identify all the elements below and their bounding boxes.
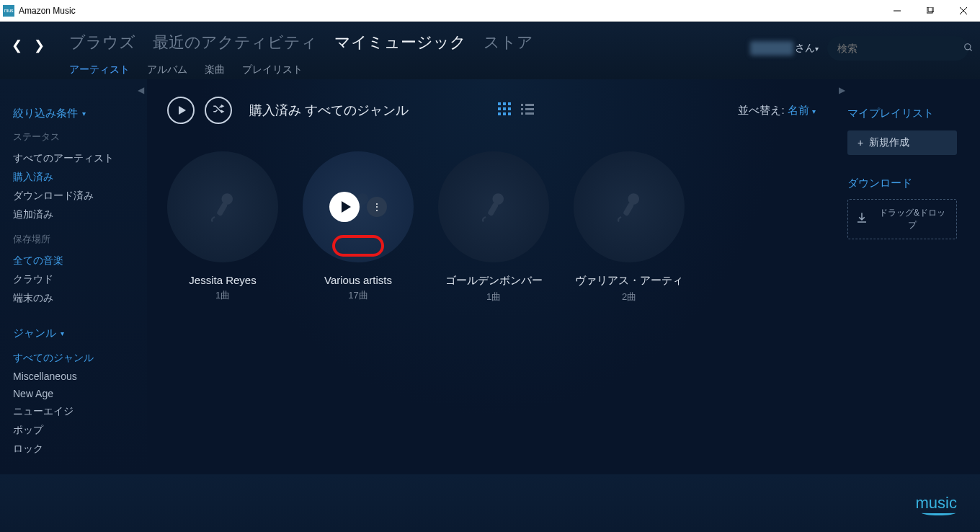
nav-tabs: ブラウズ 最近のアクティビティ マイミュージック ストア アーティスト アルバム… — [69, 29, 750, 82]
body: ◀ 絞り込み条件 ▾ ステータス すべてのアーティスト 購入済み ダウンロード済… — [0, 79, 980, 474]
shuffle-button[interactable] — [205, 97, 232, 124]
play-icon — [179, 106, 186, 115]
download-drop-zone[interactable]: ドラッグ&ドロップ — [847, 199, 957, 239]
svg-point-5 — [965, 43, 971, 49]
artist-name: ゴールデンボンバー — [445, 274, 543, 288]
chevron-down-icon: ▾ — [815, 45, 819, 53]
hover-more-button[interactable]: ⋮ — [367, 197, 387, 217]
svg-rect-29 — [623, 202, 634, 216]
tab-my-music[interactable]: マイミュージック — [334, 29, 466, 56]
svg-rect-10 — [498, 107, 501, 110]
user-menu[interactable]: さん ▾ — [750, 41, 819, 56]
new-playlist-button[interactable]: + 新規作成 — [847, 130, 957, 155]
artist-artwork[interactable] — [167, 151, 278, 262]
play-all-button[interactable] — [167, 97, 195, 124]
sidebar-collapse-button[interactable]: ◀ — [138, 85, 144, 95]
artist-artwork[interactable] — [574, 151, 685, 262]
svg-rect-16 — [521, 104, 523, 106]
artist-card[interactable]: ゴールデンボンバー 1曲 — [438, 151, 549, 303]
right-panel: ▶ マイプレイリスト + 新規作成 ダウンロード ドラッグ&ドロップ — [836, 79, 980, 474]
footer: music — [0, 474, 980, 532]
status-downloaded[interactable]: ダウンロード済み — [13, 187, 138, 205]
location-all-music[interactable]: 全ての音楽 — [13, 252, 138, 270]
genre-newage[interactable]: New Age — [13, 385, 138, 402]
window-controls — [881, 0, 980, 22]
artist-track-count: 1曲 — [215, 289, 230, 302]
grid-icon — [498, 102, 511, 115]
nav-back-button[interactable]: ❮ — [12, 37, 22, 53]
status-purchased[interactable]: 購入済み — [13, 168, 138, 187]
more-icon: ⋮ — [372, 201, 382, 213]
list-view-button[interactable] — [521, 102, 534, 118]
artist-artwork[interactable] — [438, 151, 549, 262]
genre-header[interactable]: ジャンル ▾ — [13, 327, 138, 340]
search-input[interactable] — [837, 43, 963, 54]
close-icon — [960, 7, 967, 14]
download-icon — [855, 211, 868, 227]
nav-forward-button[interactable]: ❯ — [34, 37, 45, 53]
close-button[interactable] — [947, 0, 980, 22]
svg-rect-9 — [508, 102, 511, 105]
svg-rect-27 — [487, 202, 499, 216]
amazon-music-logo: music — [916, 494, 957, 513]
rightpanel-collapse-button[interactable]: ▶ — [839, 85, 845, 95]
top-navigation: ❮ ❯ ブラウズ 最近のアクティビティ マイミュージック ストア アーティスト … — [0, 22, 980, 79]
grid-view-button[interactable] — [498, 102, 511, 118]
minimize-button[interactable] — [881, 0, 914, 22]
tab-browse[interactable]: ブラウズ — [69, 29, 135, 56]
svg-rect-13 — [498, 112, 501, 115]
svg-rect-11 — [503, 107, 506, 110]
svg-rect-19 — [525, 108, 534, 110]
svg-rect-1 — [927, 7, 932, 13]
status-added[interactable]: 追加済み — [13, 205, 138, 224]
filter-header-label: 絞り込み条件 — [13, 107, 78, 120]
artist-track-count: 2曲 — [622, 291, 636, 303]
status-all-artists[interactable]: すべてのアーティスト — [13, 149, 138, 168]
svg-rect-12 — [508, 107, 511, 110]
sort-control[interactable]: 並べ替え: 名前 ▾ — [738, 104, 816, 118]
playlists-heading: マイプレイリスト — [847, 107, 968, 120]
list-icon — [521, 102, 534, 115]
location-cloud[interactable]: クラウド — [13, 270, 138, 289]
main-content: 購入済み すべてのジャンル 並べ替え: 名前 ▾ Jes — [147, 79, 836, 474]
artist-card[interactable]: Jessita Reyes 1曲 — [167, 151, 278, 303]
artist-card[interactable]: ⋮ Various artists 17曲 — [303, 151, 414, 303]
artist-name: Jessita Reyes — [189, 274, 256, 286]
search-icon — [963, 43, 974, 55]
new-playlist-label: 新規作成 — [869, 136, 909, 149]
artist-grid: Jessita Reyes 1曲 ⋮ Various artists 17曲 — [167, 151, 816, 303]
genre-all[interactable]: すべてのジャンル — [13, 349, 138, 368]
maximize-button[interactable] — [914, 0, 947, 22]
status-section-label: ステータス — [13, 130, 138, 143]
genre-newage-jp[interactable]: ニューエイジ — [13, 402, 138, 421]
artist-name: ヴァリアス・アーティ — [575, 274, 683, 288]
svg-rect-20 — [521, 112, 523, 115]
main-tabs: ブラウズ 最近のアクティビティ マイミュージック ストア — [69, 29, 750, 56]
svg-rect-7 — [498, 102, 501, 105]
svg-rect-18 — [521, 108, 523, 110]
svg-rect-21 — [525, 112, 534, 115]
svg-rect-14 — [503, 112, 506, 115]
location-device[interactable]: 端末のみ — [13, 289, 138, 308]
svg-rect-15 — [508, 112, 511, 115]
filter-header[interactable]: 絞り込み条件 ▾ — [13, 107, 138, 120]
microphone-icon — [476, 189, 512, 225]
search-box[interactable] — [827, 36, 968, 61]
minimize-icon — [894, 7, 901, 14]
hover-play-button[interactable] — [329, 192, 360, 222]
sort-label: 並べ替え: — [738, 104, 784, 116]
artist-artwork[interactable]: ⋮ — [303, 151, 414, 262]
user-name-blurred — [750, 41, 793, 56]
genre-rock[interactable]: ロック — [13, 440, 138, 458]
drop-zone-label: ドラッグ&ドロップ — [876, 207, 949, 231]
svg-rect-23 — [216, 202, 228, 216]
microphone-icon — [611, 189, 647, 225]
app-icon: mus — [3, 5, 14, 17]
plus-icon: + — [858, 137, 863, 148]
genre-pop[interactable]: ポップ — [13, 421, 138, 440]
artist-card[interactable]: ヴァリアス・アーティ 2曲 — [574, 151, 685, 303]
tab-store[interactable]: ストア — [484, 29, 533, 56]
tab-recent[interactable]: 最近のアクティビティ — [153, 29, 317, 56]
genre-misc[interactable]: Miscellaneous — [13, 368, 138, 385]
artist-track-count: 1曲 — [486, 291, 501, 303]
